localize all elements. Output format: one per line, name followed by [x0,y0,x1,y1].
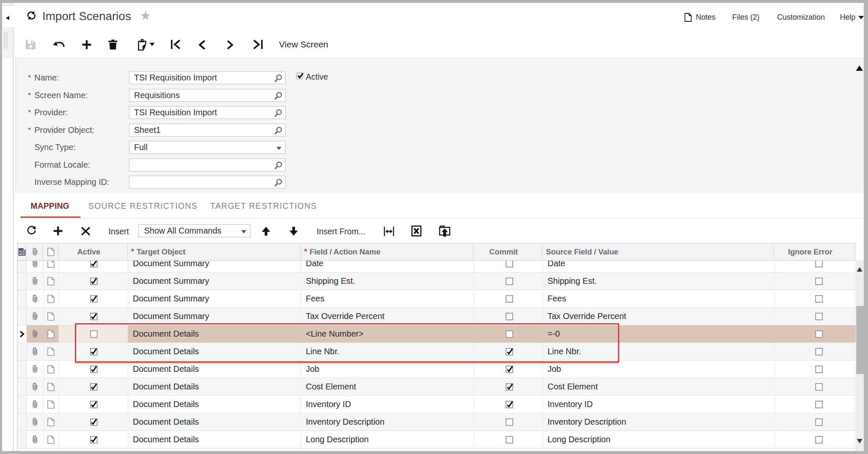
cell-ignore-error-checkbox[interactable] [815,401,823,408]
cell-note[interactable] [43,261,59,272]
cell-ignore-error-checkbox[interactable] [815,436,823,444]
row-selector-cell[interactable] [18,290,27,307]
cell-target[interactable]: Document Details [128,361,199,378]
cell-note[interactable] [43,272,59,290]
grid-header-col-ignore-error[interactable]: Ignore Error [774,244,855,260]
save-icon[interactable] [26,40,36,49]
last-record-icon[interactable] [253,40,263,49]
cell-source[interactable]: Cost Element [542,378,598,395]
cell-ignore-error-checkbox[interactable] [815,295,823,303]
grid-row[interactable]: Document SummaryShipping Est.Shipping Es… [18,272,856,290]
cell-target[interactable]: Document Details [128,413,199,431]
grid-row[interactable]: Document DetailsCost ElementCost Element [18,378,856,396]
cell-target[interactable]: Document Details [128,431,199,448]
cell-ignore[interactable] [774,308,855,325]
field-input[interactable] [129,158,286,171]
grid-row[interactable]: Document DetailsJobJob [18,361,856,378]
cell-active[interactable] [59,308,128,325]
cell-source[interactable]: Inventory ID [542,396,593,413]
cell-ignore-error-checkbox[interactable] [815,348,823,355]
cell-attachment[interactable] [27,431,43,448]
row-selector-cell[interactable] [18,343,27,360]
cell-ignore-error-checkbox[interactable] [815,330,823,338]
insert-from-button[interactable]: Insert From... [317,227,365,236]
paste-dropdown-caret[interactable] [150,43,155,46]
lookup-magnifier-icon[interactable] [274,109,282,117]
cell-attachment[interactable] [27,361,43,378]
cell-target[interactable]: Document Details [128,396,199,413]
row-note-icon[interactable] [47,383,54,391]
cell-target[interactable]: Document Summary [128,290,209,307]
row-selector-cell[interactable] [18,361,27,378]
cell-note[interactable] [43,343,59,360]
lookup-magnifier-icon[interactable] [274,74,282,82]
row-selector-cell[interactable] [18,325,27,342]
grid-header-col-source-field[interactable]: Source Field / Value [542,244,774,260]
cell-active[interactable] [59,261,128,272]
cell-commit-checkbox[interactable] [506,436,513,444]
delete-icon[interactable] [108,39,118,49]
row-note-icon[interactable] [47,365,54,374]
grid-header-col-field-action[interactable]: *Field / Action Name [301,244,473,260]
cell-note[interactable] [43,308,59,325]
attachment-icon[interactable] [32,312,38,321]
lookup-magnifier-icon[interactable] [274,127,282,135]
cell-commit-checkbox[interactable] [506,383,513,391]
tab-source-restrictions[interactable]: SOURCE RESTRICTIONS [88,201,198,211]
cell-attachment[interactable] [27,325,43,342]
row-selector-cell[interactable] [18,378,27,395]
cell-commit-checkbox[interactable] [506,418,513,426]
dropdown-caret-icon[interactable] [276,147,282,150]
field-input[interactable]: Requisitions [129,89,286,102]
grid-row[interactable]: Document SummaryTax Override PercentTax … [18,308,856,325]
attachment-icon[interactable] [32,329,38,338]
cell-note[interactable] [43,431,59,448]
cell-field[interactable]: Long Description [301,431,369,448]
cell-attachment[interactable] [27,272,43,290]
cell-field[interactable]: Tax Override Percent [301,308,385,325]
cell-target[interactable]: Document Summary [128,308,209,325]
attachment-icon[interactable] [32,294,38,303]
customization-button[interactable]: Customization [777,13,825,22]
active-checkbox[interactable] [296,73,303,79]
attachment-icon[interactable] [32,400,38,409]
cell-field[interactable]: Shipping Est. [301,272,355,290]
cell-note[interactable] [43,413,59,431]
field-input[interactable]: TSI Requisition Import [129,106,286,119]
field-input[interactable]: Sheet1 [129,124,286,137]
cell-ignore[interactable] [774,261,855,272]
field-input[interactable]: TSI Requisition Import [129,71,286,84]
cell-note[interactable] [43,361,59,378]
cell-active[interactable] [59,361,128,378]
cell-ignore[interactable] [774,290,855,307]
cell-ignore-error-checkbox[interactable] [815,418,823,426]
grid-vertical-scrollbar[interactable] [855,260,864,451]
cell-attachment[interactable] [27,290,43,307]
cell-source[interactable]: Shipping Est. [542,272,597,290]
cell-commit[interactable] [473,431,542,448]
cell-note[interactable] [43,290,59,307]
cell-target[interactable]: Document Details [128,378,199,395]
cell-commit[interactable] [473,361,542,378]
cell-attachment[interactable] [27,378,43,395]
grid-header-col-target-object[interactable]: *Target Object [128,244,301,260]
cell-active-checkbox[interactable] [90,278,98,285]
cell-source[interactable]: Date [542,261,565,272]
field-input[interactable] [129,176,286,189]
cell-commit[interactable] [473,396,542,413]
cell-note[interactable] [43,325,59,342]
grid-row[interactable]: Document DetailsInventory IDInventory ID [18,396,856,413]
cell-note[interactable] [43,396,59,413]
cell-attachment[interactable] [27,343,43,360]
cell-commit-checkbox[interactable] [506,261,513,267]
row-selector-cell[interactable] [18,431,27,448]
cell-target[interactable]: Document Summary [128,272,209,290]
cell-field[interactable]: Date [301,261,323,272]
lookup-magnifier-icon[interactable] [274,92,282,100]
cell-field[interactable]: Job [301,361,319,378]
cell-target[interactable]: Document Summary [128,261,209,272]
cell-commit[interactable] [473,272,542,290]
commands-dropdown[interactable]: Show All Commands [138,224,251,237]
cell-active[interactable] [59,413,128,431]
cell-active-checkbox[interactable] [90,261,98,267]
